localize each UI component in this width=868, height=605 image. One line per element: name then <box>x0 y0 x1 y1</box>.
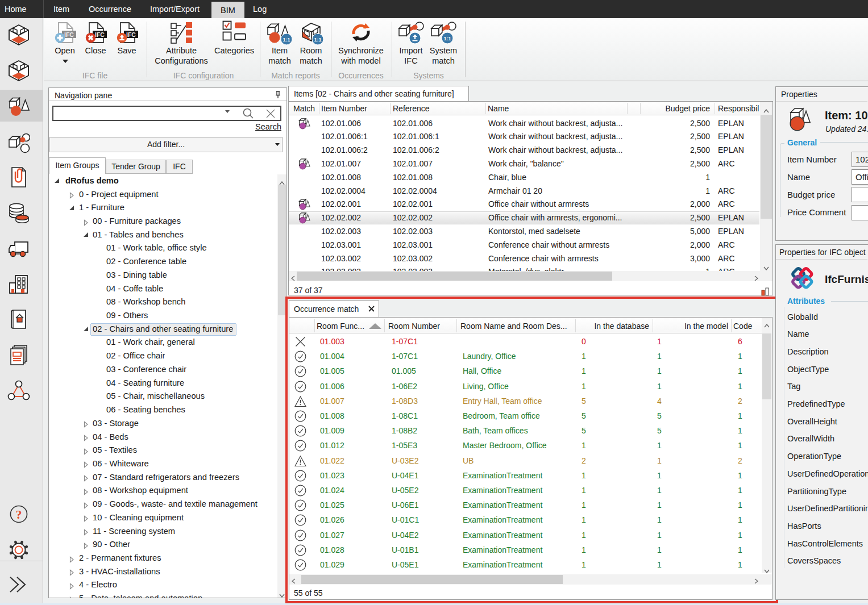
svg-text:1:1: 1:1 <box>314 37 321 43</box>
svg-text:?: ? <box>16 507 22 521</box>
svg-text:1:1: 1:1 <box>443 36 451 41</box>
svg-text:IFC: IFC <box>95 31 105 38</box>
svg-text:1:1: 1:1 <box>283 37 290 43</box>
svg-text:IFC: IFC <box>126 31 136 38</box>
svg-text:IFC: IFC <box>64 31 74 38</box>
